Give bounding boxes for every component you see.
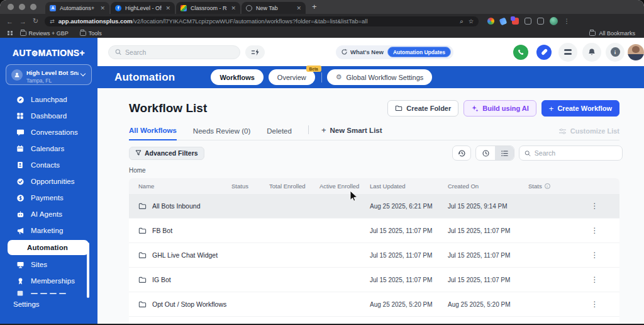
address-bar[interactable]: ⇄ app.automationsplus.com /v2/location/l… <box>45 16 479 26</box>
calendar-icon <box>16 144 25 153</box>
folder-icon <box>138 276 147 284</box>
sidebar-item-marketing[interactable]: Marketing <box>0 222 97 239</box>
close-tab-icon[interactable]: ✕ <box>100 5 105 11</box>
row-menu-icon[interactable]: ⋮ <box>570 202 619 210</box>
sidebar-item-automation[interactable]: Automation <box>8 240 89 255</box>
table-row[interactable]: All Bots Inbound Aug 25 2025, 6:21 PM Ju… <box>129 194 619 219</box>
close-tab-icon[interactable]: ✕ <box>296 5 301 11</box>
payments-icon <box>16 193 25 202</box>
row-menu-icon[interactable]: ⋮ <box>570 300 619 309</box>
sidebar-item-ai-agents[interactable]: AI Agents <box>0 206 97 222</box>
row-menu-icon[interactable]: ⋮ <box>570 275 619 284</box>
sidebar-item-dashboard[interactable]: Dashboard <box>0 108 97 124</box>
whats-new-label: What's New <box>350 48 384 55</box>
table-search[interactable] <box>519 145 623 161</box>
create-workflow-button[interactable]: + Create Workflow <box>541 100 619 117</box>
workflows-button[interactable]: Workflows <box>211 69 263 85</box>
list-view-button[interactable] <box>495 146 514 160</box>
customize-list-button[interactable]: Customize List <box>558 127 619 140</box>
browser-menu-icon[interactable]: ⋮ <box>564 18 570 25</box>
create-folder-button[interactable]: Create Folder <box>387 100 458 117</box>
sidepanel-icon[interactable] <box>537 18 544 25</box>
build-ai-label: Build using AI <box>482 105 529 112</box>
sidebar-item-contacts[interactable]: Contacts <box>0 157 97 173</box>
row-menu-icon[interactable]: ⋮ <box>570 226 619 235</box>
time-view-button[interactable] <box>476 146 495 160</box>
overview-button[interactable]: Overview Beta <box>269 69 315 85</box>
automation-updates-badge[interactable]: Automation Updates <box>387 47 451 57</box>
sidebar-item-partial[interactable] <box>0 289 97 298</box>
all-bookmarks-button[interactable]: All Bookmarks <box>589 30 635 37</box>
browser-tab-new[interactable]: New Tab ✕ <box>242 2 306 14</box>
browser-tab-classroom[interactable]: Classroom - Russ Ward's AI M ✕ <box>176 2 240 14</box>
build-using-ai-button[interactable]: Build using AI <box>464 100 536 117</box>
app-logo: AUT⚙MATIONS+ <box>0 48 97 58</box>
minimize-window-icon[interactable] <box>19 4 25 10</box>
sidebar-item-sites[interactable]: Sites <box>0 256 97 273</box>
browser-profile-avatar[interactable] <box>550 17 558 25</box>
new-tab-icon[interactable]: + <box>312 2 317 11</box>
global-settings-label: Global Workflow Settings <box>347 74 424 81</box>
bookmark-folder-tools[interactable]: Tools <box>80 30 102 37</box>
workflows-label: Workflows <box>219 74 254 81</box>
zoom-page-icon[interactable]: ⌕ <box>460 18 463 25</box>
bookmark-folder-reviews[interactable]: Reviews + GBP <box>20 30 69 37</box>
new-smart-list-button[interactable]: + New Smart List <box>321 125 382 140</box>
quick-actions-button[interactable] <box>245 45 264 59</box>
back-icon[interactable]: ← <box>6 18 13 25</box>
pen-extension-icon[interactable] <box>499 17 508 25</box>
palette-extension-icon[interactable] <box>487 18 494 25</box>
whats-new-group[interactable]: What's New Automation Updates <box>336 45 453 59</box>
browser-tab-highlevel[interactable]: f HighLevel - Official Communi ✕ <box>111 2 175 14</box>
menu-button[interactable] <box>558 43 577 62</box>
sidebar-item-launchpad[interactable]: Launchpad <box>0 91 97 108</box>
launch-button[interactable] <box>536 45 552 60</box>
bookmark-star-icon[interactable]: ☆ <box>469 18 474 25</box>
sidebar-scrollbar[interactable] <box>87 242 89 298</box>
sidebar-item-opportunities[interactable]: Opportunities <box>0 173 97 190</box>
red-extension-icon[interactable] <box>512 18 519 25</box>
user-avatar[interactable] <box>628 44 644 60</box>
window-controls[interactable] <box>8 4 36 10</box>
site-settings-icon[interactable]: ⇄ <box>50 18 55 25</box>
help-button[interactable]: i <box>606 43 625 62</box>
close-tab-icon[interactable]: ✕ <box>165 5 170 11</box>
browser-tab-bar: A Automations+ ✕ f HighLevel - Official … <box>0 0 644 14</box>
table-row[interactable]: GHL Live Chat Widget Jul 15 2025, 11:07 … <box>129 243 619 268</box>
sidebar-item-conversations[interactable]: Conversations <box>0 124 97 140</box>
extension-icon[interactable] <box>525 18 531 25</box>
sidebar-item-memberships[interactable]: Memberships <box>0 273 97 289</box>
global-search[interactable] <box>108 45 240 59</box>
sidebar-item-calendars[interactable]: Calendars <box>0 140 97 157</box>
breadcrumb[interactable]: Home <box>129 167 644 174</box>
close-window-icon[interactable] <box>8 4 14 10</box>
advanced-filters-button[interactable]: Advanced Filters <box>129 147 204 160</box>
browser-tab-automations[interactable]: A Automations+ ✕ <box>45 2 109 14</box>
sidebar-item-settings[interactable]: Settings <box>13 300 97 308</box>
sidebar-item-payments[interactable]: Payments <box>0 190 97 206</box>
column-last-updated: Last Updated <box>370 183 448 190</box>
tab-needs-review[interactable]: Needs Review (0) <box>193 127 250 140</box>
notifications-button[interactable] <box>582 43 601 62</box>
enrollment-history-button[interactable] <box>452 145 471 161</box>
search-icon <box>525 150 531 157</box>
forward-icon[interactable]: → <box>19 18 26 25</box>
table-row[interactable]: FB Bot Jul 15 2025, 11:07 PM Jul 15 2025… <box>129 219 619 243</box>
account-avatar-icon <box>11 69 23 81</box>
apps-grid-icon[interactable] <box>8 31 13 36</box>
facebook-favicon: f <box>115 5 121 11</box>
maximize-window-icon[interactable] <box>30 4 36 10</box>
table-row[interactable]: Opt Out / Stop Workflows Aug 25 2025, 5:… <box>129 292 619 317</box>
url-path: /v2/location/l7YIKACM7LcpizpcwWUF/automa… <box>132 18 455 25</box>
global-search-input[interactable] <box>125 48 233 56</box>
phone-button[interactable] <box>513 45 528 60</box>
table-row[interactable]: IG Bot Jul 15 2025, 11:07 PM Jul 15 2025… <box>129 268 619 292</box>
reload-icon[interactable]: ↻ <box>33 17 38 25</box>
table-search-input[interactable] <box>535 149 617 157</box>
global-workflow-settings-button[interactable]: ⚙ Global Workflow Settings <box>327 69 433 85</box>
tab-all-workflows[interactable]: All Workflows <box>129 127 177 140</box>
row-menu-icon[interactable]: ⋮ <box>570 251 619 259</box>
tab-deleted[interactable]: Deleted <box>267 127 292 140</box>
close-tab-icon[interactable]: ✕ <box>231 5 236 11</box>
account-switcher[interactable]: High Level Bot Sna... Tampa, FL <box>6 64 92 85</box>
